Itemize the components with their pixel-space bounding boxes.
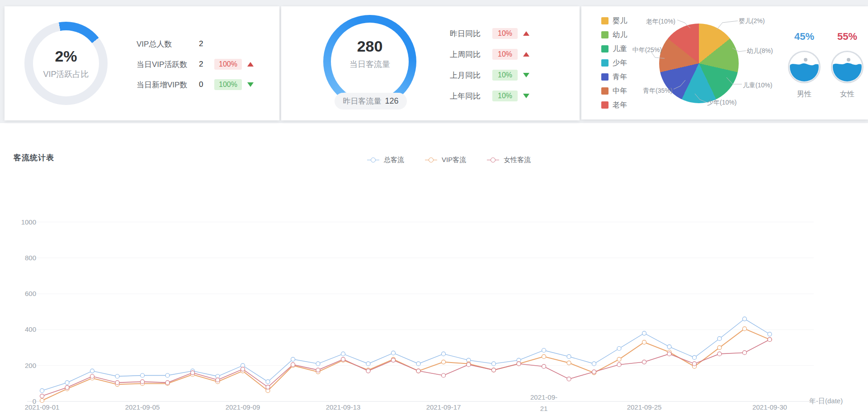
chart-legend-item-3[interactable]: 女性客流: [487, 156, 531, 164]
status-badge: 10%: [492, 28, 518, 39]
svg-text:400: 400: [25, 325, 36, 333]
legend-label: 女性客流: [504, 156, 531, 164]
svg-text:年-日(date): 年-日(date): [809, 397, 843, 405]
line-chart-legend: 总客流VIP客流女性客流: [367, 156, 531, 164]
arrow-down-icon: [523, 94, 529, 98]
arrow-up-icon: [523, 52, 529, 57]
stat-value: 2: [199, 39, 208, 48]
status-badge: 10%: [492, 70, 518, 81]
legend-label: 总客流: [384, 156, 404, 164]
svg-text:2021-09-13: 2021-09-13: [326, 403, 361, 411]
vip-activity-card: 2% VIP活跃占比 VIP总人数 2 当日VIP活跃数 2 100% 当日新增…: [5, 6, 279, 120]
svg-text:2021-09-30: 2021-09-30: [752, 403, 787, 411]
svg-text:2021-09-05: 2021-09-05: [125, 403, 160, 411]
compare-label: 上月同比: [450, 70, 487, 81]
stat-label: VIP总人数: [137, 39, 199, 49]
legend-line-icon: [425, 158, 437, 162]
compare-row: 上月同比 10%: [450, 69, 529, 81]
vip-donut-center: 2% VIP活跃占比: [24, 22, 108, 105]
traffic-gauge-center: 280 当日客流量: [323, 15, 416, 92]
legend-line-icon: [367, 158, 379, 162]
svg-text:1000: 1000: [21, 218, 36, 226]
stat-value: 2: [199, 60, 208, 69]
svg-text:2021-09-: 2021-09-: [530, 393, 557, 401]
compare-row: 上年同比 10%: [450, 90, 529, 102]
vip-stat-row: 当日VIP活跃数 2 100%: [137, 58, 254, 70]
status-badge: 10%: [492, 49, 518, 60]
series-line-女性客流: [42, 339, 770, 396]
vip-stat-row: 当日新增VIP数 0 100%: [137, 79, 254, 91]
compare-label: 上年同比: [450, 91, 487, 101]
svg-text:2021-09-25: 2021-09-25: [627, 403, 662, 411]
arrow-down-icon: [247, 82, 254, 87]
stat-label: 当日新增VIP数: [137, 80, 199, 90]
chart-legend-item-2[interactable]: VIP客流: [425, 156, 466, 164]
stat-label: 当日VIP活跃数: [137, 59, 199, 70]
svg-text:800: 800: [25, 254, 36, 262]
legend-line-icon: [487, 158, 499, 162]
svg-text:2021-09-01: 2021-09-01: [25, 403, 60, 411]
svg-text:21: 21: [540, 405, 548, 412]
pie-connector-lines: [581, 6, 868, 119]
svg-text:200: 200: [25, 362, 36, 369]
status-badge: 10%: [492, 91, 518, 101]
daily-traffic-caption: 当日客流量: [349, 59, 390, 70]
compare-row: 昨日同比 10%: [450, 27, 529, 40]
status-badge: 100%: [214, 59, 242, 70]
flow-chart-title: 客流统计表: [14, 153, 54, 163]
vip-stat-row: VIP总人数 2: [137, 38, 208, 50]
compare-row: 上周同比 10%: [450, 48, 529, 61]
stat-value: 0: [199, 80, 208, 89]
vip-active-caption: VIP活跃占比: [43, 69, 89, 80]
svg-text:2021-09-17: 2021-09-17: [426, 403, 461, 411]
compare-label: 昨日同比: [450, 29, 487, 39]
yesterday-traffic-pill: 昨日客流量 126: [335, 93, 407, 110]
passenger-flow-line-chart: 020040060080010002021-09-012021-09-05202…: [0, 167, 868, 420]
svg-text:2021-09-09: 2021-09-09: [226, 403, 260, 411]
demographics-card: 婴儿幼儿儿童少年青年中年老年 婴儿(2%)幼儿(8%)儿童(10%)少年(10%…: [581, 6, 868, 119]
svg-text:600: 600: [25, 290, 36, 297]
pill-label: 昨日客流量: [343, 96, 381, 106]
vip-active-percent: 2%: [55, 48, 77, 65]
compare-label: 上周同比: [450, 49, 487, 60]
arrow-up-icon: [247, 62, 254, 67]
status-badge: 100%: [214, 79, 242, 90]
legend-label: VIP客流: [442, 156, 466, 164]
chart-legend-item-1[interactable]: 总客流: [367, 156, 404, 164]
daily-traffic-value: 280: [357, 38, 383, 55]
arrow-down-icon: [523, 73, 529, 77]
series-line-VIP客流: [42, 329, 770, 401]
arrow-up-icon: [523, 31, 529, 36]
pill-value: 126: [385, 96, 398, 106]
daily-traffic-card: 280 当日客流量 昨日客流量 126 昨日同比 10% 上周同比 10% 上月…: [281, 6, 580, 120]
dashboard-page: { "cards": { "vip": { "percent": "2%", "…: [0, 0, 868, 420]
